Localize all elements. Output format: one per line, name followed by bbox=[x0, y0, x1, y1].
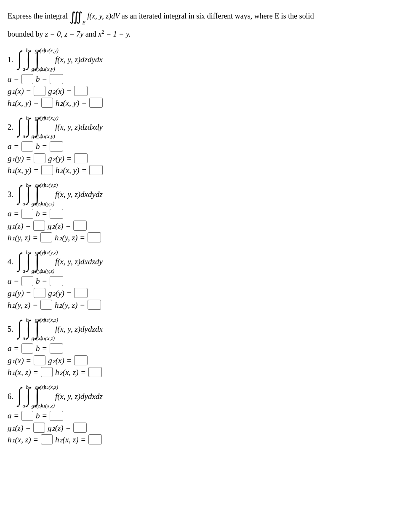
answer-input[interactable] bbox=[88, 434, 102, 444]
lower-limit: a bbox=[23, 268, 26, 274]
integral-sign: ∫ba bbox=[17, 250, 22, 274]
answer-label: g₁(x) = bbox=[8, 356, 31, 365]
answer-label: b = bbox=[36, 344, 47, 353]
answer-input[interactable] bbox=[21, 209, 33, 219]
answer-input[interactable] bbox=[89, 98, 103, 108]
answer-label: a = bbox=[8, 344, 19, 353]
answer-input[interactable] bbox=[41, 367, 53, 377]
integral-sign: ∫ba bbox=[17, 385, 22, 408]
integral-sign: ∫g₂(x)g₁(x) bbox=[26, 48, 31, 72]
item-number: 4. bbox=[8, 258, 13, 266]
answer-label: g₂(y) = bbox=[48, 288, 72, 298]
answer-label: h₁(x, y) = bbox=[8, 98, 39, 108]
upper-limit: h₂(y,z) bbox=[44, 249, 58, 256]
answer-input[interactable] bbox=[34, 153, 45, 163]
bound-eq-2: x2 = 1 − y. bbox=[98, 30, 130, 38]
item-number: 2. bbox=[8, 123, 13, 132]
integral-sign: ∫g₂(y)g₁(y) bbox=[26, 250, 31, 274]
answer-input[interactable] bbox=[88, 232, 101, 242]
integrand: f(x, y, z)dzdydx bbox=[55, 55, 103, 64]
answer-input[interactable] bbox=[73, 423, 87, 433]
integral-block-1: 1.∫ba∫g₂(x)g₁(x)∫h₂(x,y)h₁(x,y)f(x, y, z… bbox=[8, 48, 394, 108]
answer-label: g₂(y) = bbox=[48, 154, 72, 163]
answer-row: h₁(y, z) =h₂(y, z) = bbox=[8, 300, 394, 310]
answer-input[interactable] bbox=[73, 221, 87, 231]
answer-row: a =b = bbox=[8, 343, 394, 354]
integral-block-5: 5.∫ba∫g₂(x)g₁(x)∫h₂(x,z)h₁(x,z)f(x, y, z… bbox=[8, 317, 394, 377]
answer-row: g₁(y) =g₂(y) = bbox=[8, 288, 394, 298]
prompt-text: Express the integral bbox=[8, 12, 69, 20]
answer-input[interactable] bbox=[50, 209, 63, 219]
answer-input[interactable] bbox=[88, 300, 101, 310]
upper-limit: h₂(x,y) bbox=[44, 47, 59, 54]
answer-input[interactable] bbox=[34, 86, 45, 96]
integral-sign: ∫g₂(x)g₁(x) bbox=[26, 317, 31, 341]
answer-label: h₁(x, z) = bbox=[8, 435, 38, 444]
lower-limit: h₁(x,z) bbox=[40, 402, 55, 409]
answer-input[interactable] bbox=[33, 423, 45, 433]
answer-input[interactable] bbox=[89, 165, 103, 175]
prompt-text: as an iterated integral in six different… bbox=[122, 12, 314, 20]
answer-input[interactable] bbox=[41, 434, 53, 444]
answer-label: b = bbox=[36, 74, 47, 84]
iterated-integral: 6.∫ba∫g₂(z)g₁(z)∫h₂(x,z)h₁(x,z)f(x, y, z… bbox=[8, 385, 394, 408]
upper-limit: h₂(x,y) bbox=[44, 114, 59, 121]
answer-input[interactable] bbox=[34, 355, 45, 365]
answer-row: h₁(y, z) =h₂(y, z) = bbox=[8, 232, 394, 242]
answer-input[interactable] bbox=[50, 74, 63, 84]
answer-input[interactable] bbox=[40, 300, 52, 310]
answer-label: h₁(x, y) = bbox=[8, 165, 39, 175]
answer-input[interactable] bbox=[21, 411, 33, 421]
answer-input[interactable] bbox=[74, 288, 88, 298]
lower-limit: h₁(x,y) bbox=[40, 66, 55, 72]
integral-sign: ∫ba bbox=[17, 115, 22, 139]
upper-limit: h₂(x,z) bbox=[44, 317, 58, 323]
lower-limit: h₁(x,z) bbox=[40, 335, 55, 342]
answer-input[interactable] bbox=[21, 343, 33, 354]
item-number: 3. bbox=[8, 190, 13, 199]
answer-input[interactable] bbox=[74, 153, 88, 163]
answer-row: a =b = bbox=[8, 411, 394, 421]
answer-input[interactable] bbox=[41, 165, 53, 175]
answer-label: g₂(z) = bbox=[48, 221, 71, 231]
answer-label: g₁(z) = bbox=[8, 221, 31, 231]
answer-label: g₁(x) = bbox=[8, 86, 31, 96]
integral-sign: ∫ba bbox=[17, 317, 22, 341]
answer-row: h₁(x, z) =h₂(x, z) = bbox=[8, 367, 394, 377]
answer-input[interactable] bbox=[40, 232, 52, 242]
answer-label: a = bbox=[8, 277, 19, 286]
integral-block-3: 3.∫ba∫g₂(z)g₁(z)∫h₂(y,z)h₁(y,z)f(x, y, z… bbox=[8, 183, 394, 242]
answer-input[interactable] bbox=[21, 141, 33, 152]
lower-limit: h₁(x,y) bbox=[40, 133, 55, 140]
bound-eq-1: z = 0, z = 7y bbox=[45, 30, 83, 38]
answer-label: b = bbox=[36, 209, 47, 218]
answer-input[interactable] bbox=[88, 367, 102, 377]
answer-input[interactable] bbox=[50, 343, 63, 354]
answer-input[interactable] bbox=[50, 141, 63, 152]
answer-label: b = bbox=[36, 411, 47, 420]
answer-input[interactable] bbox=[74, 355, 88, 365]
integrand: f(x, y, z)dydzdx bbox=[55, 325, 103, 334]
answer-label: g₂(z) = bbox=[48, 423, 71, 433]
integral-region: E bbox=[82, 20, 85, 26]
answer-input[interactable] bbox=[21, 276, 33, 286]
integral-block-6: 6.∫ba∫g₂(z)g₁(z)∫h₂(x,z)h₁(x,z)f(x, y, z… bbox=[8, 385, 394, 444]
integral-sign: ∫ba bbox=[17, 183, 22, 206]
answer-label: g₁(y) = bbox=[8, 288, 31, 298]
integral-sign: ∫g₂(z)g₁(z) bbox=[26, 385, 31, 408]
answer-input[interactable] bbox=[74, 86, 88, 96]
answer-input[interactable] bbox=[50, 276, 63, 286]
answer-label: h₂(x, y) = bbox=[56, 165, 87, 175]
answer-label: h₁(x, z) = bbox=[8, 367, 38, 377]
answer-input[interactable] bbox=[21, 74, 33, 84]
answer-input[interactable] bbox=[50, 411, 63, 421]
integral-block-4: 4.∫ba∫g₂(y)g₁(y)∫h₂(y,z)h₁(y,z)f(x, y, z… bbox=[8, 250, 394, 310]
answer-label: g₂(x) = bbox=[48, 86, 72, 96]
answer-input[interactable] bbox=[41, 98, 53, 108]
integral-sign: ∫h₂(x,z)h₁(x,z) bbox=[35, 317, 40, 341]
answer-label: h₁(y, z) = bbox=[8, 233, 38, 242]
answer-row: g₁(y) =g₂(y) = bbox=[8, 153, 394, 163]
answer-input[interactable] bbox=[33, 221, 45, 231]
answer-input[interactable] bbox=[34, 288, 45, 298]
triple-integral-symbol: ∭ bbox=[69, 10, 83, 24]
